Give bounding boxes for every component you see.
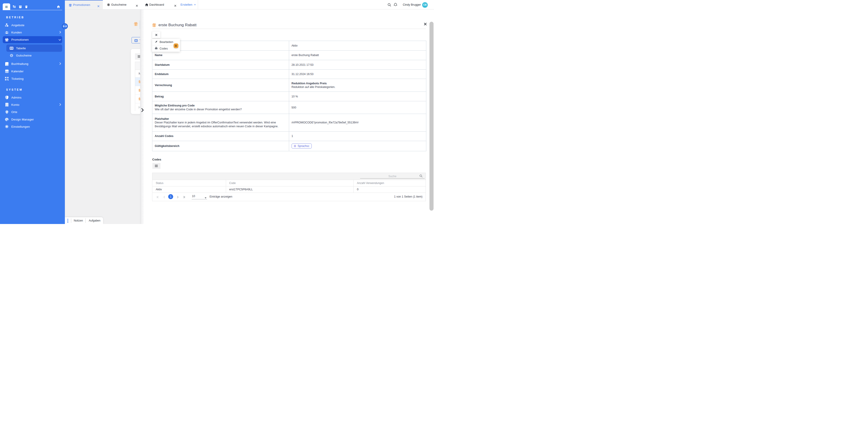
svg-text:$: $ [11, 54, 12, 57]
svg-text:$: $ [108, 4, 109, 6]
